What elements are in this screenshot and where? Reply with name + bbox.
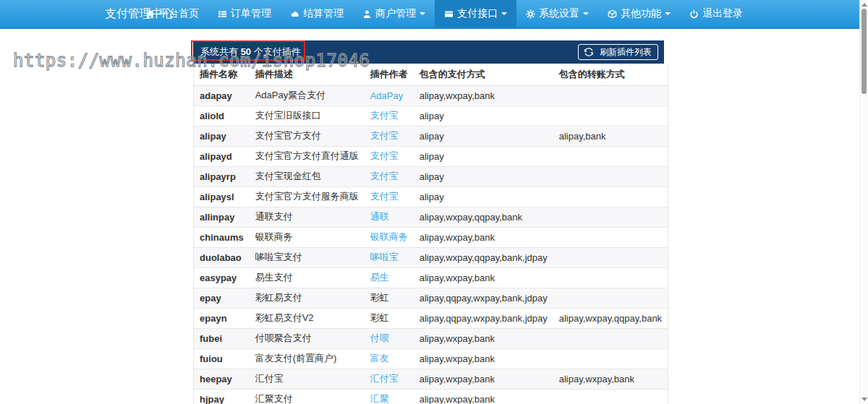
- plugin-author-link[interactable]: AdaPay: [370, 90, 404, 101]
- plugin-author-link[interactable]: 支付宝: [370, 110, 399, 121]
- table-row: aliold支付宝旧版接口支付宝alipay: [194, 106, 668, 126]
- plugin-transfer-methods-cell: alipay,wxpay,bank: [553, 369, 668, 389]
- plugin-desc-cell: 通联支付: [250, 207, 365, 227]
- plugin-author-cell: 付呗: [365, 328, 414, 348]
- plugin-pay-methods-cell: alipay,wxpay,bank: [414, 227, 553, 247]
- table-row: epayn彩虹易支付V2彩虹alipay,qqpay,wxpay,bank,jd…: [194, 308, 668, 328]
- cube-icon: [608, 9, 617, 19]
- table-row: easypay易生支付易生alipay,wxpay,bank: [194, 267, 668, 288]
- nav-item-settlement[interactable]: 结算管理: [281, 0, 353, 27]
- chevron-down-icon: [583, 12, 589, 15]
- gear-icon: [526, 9, 535, 19]
- scrollbar-down-arrow-icon[interactable]: [861, 397, 867, 401]
- nav-item-orders[interactable]: 订单管理: [208, 0, 281, 27]
- plugin-desc-cell: 支付宝官方支付服务商版: [250, 186, 365, 207]
- plugin-desc-cell: 银联商务: [250, 227, 365, 247]
- plugin-pay-methods-cell: alipay,qqpay,wxpay,bank,jdpay: [414, 308, 553, 328]
- plugin-author-link[interactable]: 汇付宝: [370, 373, 399, 384]
- home-icon: [145, 9, 155, 19]
- table-row: alipay支付宝官方支付支付宝alipayalipay,bank: [194, 126, 668, 146]
- plugin-transfer-methods-cell: alipay,wxpay,qqpay,bank: [553, 308, 668, 328]
- column-header: 插件描述: [250, 64, 365, 85]
- plugin-pay-methods-cell: alipay,wxpay,bank: [414, 348, 553, 369]
- scrollbar-up-arrow-icon[interactable]: [861, 3, 867, 7]
- plugin-name-cell: adapay: [194, 85, 250, 106]
- table-row: alipayd支付宝官方支付直付通版支付宝alipay: [194, 146, 668, 166]
- plugin-author-link[interactable]: 支付宝: [370, 171, 399, 181]
- plugin-author-link[interactable]: 支付宝: [370, 130, 399, 141]
- top-navbar: 支付管理中心 平台首页订单管理结算管理商户管理支付接口系统设置其他功能退出登录: [0, 0, 859, 29]
- plugin-author-link[interactable]: 富友: [370, 353, 389, 364]
- nav-item-system[interactable]: 系统设置: [516, 0, 598, 27]
- plugin-author-link[interactable]: 易生: [370, 272, 389, 283]
- nav-item-merchants[interactable]: 商户管理: [353, 0, 435, 27]
- plugin-author-link[interactable]: 付呗: [370, 332, 389, 343]
- plugin-panel: 系统共有 50 个支付插件 刷新插件列表 插件名称插件描述插件作者包含的支付方式…: [193, 40, 664, 404]
- plugin-desc-cell: 哆啦宝支付: [250, 247, 365, 267]
- plugin-desc-cell: AdaPay聚合支付: [250, 85, 365, 106]
- plugin-desc-cell: 支付宝现金红包: [250, 166, 365, 186]
- column-header: 包含的支付方式: [414, 64, 553, 85]
- plugin-pay-methods-cell: alipay,wxpay,bank: [414, 267, 553, 288]
- plugin-author-link[interactable]: 支付宝: [370, 191, 399, 202]
- plugin-pay-methods-cell: alipay,wxpay,bank: [414, 369, 553, 389]
- refresh-icon: [584, 48, 593, 56]
- nav-item-label: 平台首页: [158, 7, 199, 20]
- plugin-transfer-methods-cell: [553, 389, 668, 404]
- table-row: chinaums银联商务银联商务alipay,wxpay,bank: [194, 227, 668, 247]
- chevron-down-icon: [501, 12, 507, 15]
- table-row: alipayrp支付宝现金红包支付宝alipay: [194, 166, 668, 186]
- panel-header: 系统共有 50 个支付插件 刷新插件列表: [193, 40, 664, 64]
- nav-item-label: 结算管理: [303, 7, 344, 20]
- nav-item-label: 系统设置: [539, 7, 579, 20]
- nav-item-home[interactable]: 平台首页: [136, 0, 208, 27]
- table-row: fubei付呗聚合支付付呗alipay,wxpay,bank: [194, 328, 668, 348]
- plugin-transfer-methods-cell: [553, 186, 668, 207]
- plugin-name-cell: chinaums: [194, 227, 250, 247]
- plugin-author-cell: 哆啦宝: [365, 247, 414, 267]
- plugin-transfer-methods-cell: [553, 106, 668, 126]
- table-row: alipaysl支付宝官方支付服务商版支付宝alipay: [194, 186, 668, 207]
- plugin-pay-methods-cell: alipay: [414, 186, 553, 207]
- plugin-transfer-methods-cell: [553, 267, 668, 288]
- refresh-plugin-list-button[interactable]: 刷新插件列表: [578, 44, 658, 60]
- nav-menu: 平台首页订单管理结算管理商户管理支付接口系统设置其他功能退出登录: [136, 0, 752, 27]
- plugin-author-link[interactable]: 汇聚: [370, 393, 389, 404]
- table-row: adapayAdaPay聚合支付AdaPayalipay,wxpay,bank: [194, 85, 668, 106]
- plugin-transfer-methods-cell: [553, 328, 668, 348]
- plugin-author-link[interactable]: 支付宝: [370, 150, 399, 161]
- nav-item-other[interactable]: 其他功能: [598, 0, 680, 27]
- vertical-scrollbar[interactable]: [859, 0, 868, 404]
- plugin-transfer-methods-cell: [553, 288, 668, 308]
- plugin-name-cell: alipayrp: [194, 166, 250, 186]
- plugin-name-cell: fubei: [194, 328, 250, 348]
- cloud-icon: [290, 9, 299, 19]
- plugin-pay-methods-cell: alipay,wxpay,bank: [414, 85, 553, 106]
- plugin-pay-methods-cell: alipay: [414, 106, 553, 126]
- plugin-author-cell: AdaPay: [365, 85, 414, 106]
- plugin-transfer-methods-cell: [553, 247, 668, 267]
- plugin-name-cell: fuiou: [194, 348, 250, 369]
- scrollbar-thumb[interactable]: [861, 9, 867, 94]
- plugin-name-cell: epayn: [194, 308, 250, 328]
- plugin-author-cell: 通联: [365, 207, 414, 227]
- plugin-name-cell: allinpay: [194, 207, 250, 227]
- plugin-author-cell: 富友: [365, 348, 414, 369]
- card-icon: [444, 9, 454, 19]
- nav-item-logout[interactable]: 退出登录: [680, 0, 752, 27]
- plugin-author-cell: 支付宝: [365, 186, 414, 207]
- plugin-author-link[interactable]: 哆啦宝: [370, 252, 399, 262]
- nav-item-label: 其他功能: [621, 7, 661, 20]
- plugin-pay-methods-cell: alipay: [414, 146, 553, 166]
- column-header: 插件作者: [365, 64, 414, 85]
- plugin-desc-cell: 支付宝官方支付直付通版: [250, 146, 365, 166]
- plugin-desc-cell: 彩虹易支付: [250, 288, 365, 308]
- plugin-author-link[interactable]: 通联: [370, 211, 389, 222]
- nav-item-label: 退出登录: [702, 7, 743, 20]
- nav-item-payment-api[interactable]: 支付接口: [435, 0, 516, 27]
- plugin-author-cell: 支付宝: [365, 106, 414, 126]
- plugin-pay-methods-cell: alipay,wxpay,qqpay,bank: [414, 207, 553, 227]
- plugin-author-link[interactable]: 银联商务: [370, 231, 408, 242]
- plugin-count: 50: [241, 46, 251, 57]
- plugin-author-cell: 汇聚: [365, 389, 414, 404]
